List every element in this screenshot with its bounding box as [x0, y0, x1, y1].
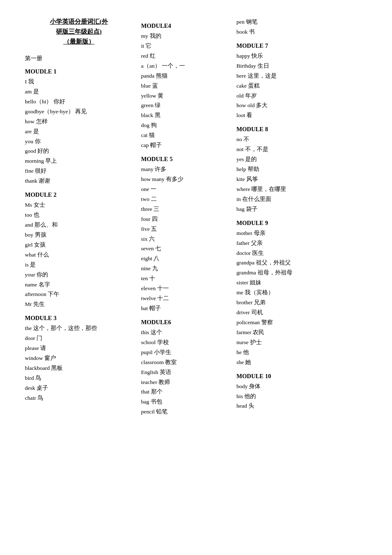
list-item: me 我（宾格）	[236, 289, 363, 297]
list-item: his 他的	[236, 392, 363, 401]
list-item: pupil 小学生	[141, 348, 228, 357]
vocab-english: loot	[236, 112, 245, 118]
vocab-english: four	[141, 216, 151, 222]
vocab-chinese: 桌子	[35, 385, 48, 391]
list-item: my 我的	[141, 32, 228, 41]
vocab-english: ten	[141, 275, 148, 281]
module-title: MODULE 5	[141, 156, 228, 163]
vocab-chinese: 不，不是	[243, 146, 268, 152]
vocab-english: window	[25, 355, 43, 361]
list-item: two 二	[141, 195, 228, 204]
vocab-english: driver	[236, 309, 250, 315]
vocab-chinese: 帮助	[246, 166, 259, 172]
vocab-chinese: 那么、和	[33, 222, 58, 228]
vocab-english: his	[236, 393, 243, 399]
vocab-english: good	[25, 148, 36, 154]
vocab-english: brother	[236, 299, 253, 306]
vocab-english: me	[236, 289, 243, 296]
vocab-chinese: 一个，一	[161, 63, 185, 69]
list-item: is 是	[25, 261, 133, 269]
vocab-english: Mr	[25, 301, 32, 307]
vocab-english: pencil	[141, 408, 155, 415]
title-line1: 小学英语分册词汇(外	[25, 17, 133, 27]
list-item: how old 多大	[236, 101, 363, 110]
list-item: too 也	[25, 211, 133, 220]
vocab-chinese: 看	[245, 112, 252, 118]
list-item: pencil 铅笔	[141, 408, 228, 416]
column-3: pen 钢笔book 书MODULE 7happy 快乐Birthday 生日h…	[232, 17, 367, 418]
col3-modules: pen 钢笔book 书MODULE 7happy 快乐Birthday 生日h…	[236, 18, 363, 411]
vocab-chinese: 祖父，外祖父	[254, 259, 290, 266]
vocab-chinese: 小学生	[153, 349, 171, 355]
vocab-english: mother	[236, 230, 252, 236]
list-item: am 是	[25, 88, 133, 96]
vocab-english: afternoon	[25, 291, 46, 297]
title-block: 小学英语分册词汇(外 研版三年级起点) （最新版）	[25, 17, 133, 46]
list-item: chair 鸟	[25, 394, 133, 403]
vocab-english: goodbye（bye-bye）	[25, 108, 74, 115]
vocab-chinese: 你	[33, 138, 40, 144]
vocab-english: morning	[25, 158, 44, 164]
vocab-chinese: 好的	[36, 148, 49, 154]
vocab-english: am	[25, 88, 32, 95]
vocab-english: are	[25, 128, 32, 134]
vocab-chinese: 他	[242, 349, 249, 355]
vocab-chinese: 再见	[74, 108, 87, 115]
vocab-english: fine	[25, 168, 34, 174]
vocab-english: three	[141, 206, 152, 212]
list-item: you 你	[25, 137, 133, 146]
list-item: doctor 医生	[236, 249, 363, 258]
vocab-chinese: 我的	[148, 33, 161, 39]
list-item: teacher 教师	[141, 378, 228, 387]
vocab-chinese: 八	[152, 255, 159, 262]
list-item: in 在什么里面	[236, 195, 363, 204]
list-item: ten 十	[141, 274, 228, 283]
list-item: that 那个	[141, 388, 228, 396]
list-item: girl 女孩	[25, 241, 133, 249]
vocab-chinese: 医生	[251, 250, 264, 256]
vocab-chinese: 是	[32, 128, 39, 134]
vocab-chinese: 他的	[243, 393, 256, 399]
vocab-english: school	[141, 339, 156, 345]
vocab-english: doctor	[236, 250, 251, 256]
vocab-english: red	[141, 53, 148, 59]
vocab-chinese: 警察	[260, 319, 273, 325]
list-item: please 请	[25, 344, 133, 353]
list-item: cap 帽子	[141, 141, 228, 150]
vocab-english: and	[25, 222, 33, 228]
vocab-english: sister	[236, 279, 248, 286]
vocab-chinese: 二	[149, 196, 156, 202]
vocab-chinese: 在什么里面	[241, 196, 271, 202]
vocab-english: not	[236, 146, 243, 152]
vocab-english: bag	[141, 399, 149, 405]
vocab-chinese: 怎样	[34, 118, 47, 125]
vocab-chinese: 学校	[156, 339, 168, 345]
vocab-english: grandma	[236, 269, 256, 276]
list-item: loot 看	[236, 111, 363, 120]
vocab-chinese: 有多少	[165, 176, 183, 182]
list-item: blue 蓝	[141, 82, 228, 90]
vocab-chinese: 教室	[164, 359, 177, 365]
vocab-chinese: 书包	[149, 399, 162, 405]
vocab-english: six	[141, 236, 148, 242]
vocab-english: eight	[141, 255, 152, 262]
list-item: thank 谢谢	[25, 177, 133, 186]
vocab-english: door	[25, 335, 35, 341]
list-item: window 窗户	[25, 354, 133, 363]
list-item: eight 八	[141, 254, 228, 263]
module-title: MODULE 2	[25, 191, 133, 198]
vocab-chinese: 头	[247, 403, 254, 409]
vocab-chinese: 书	[248, 29, 255, 35]
list-item: dog 狗	[141, 121, 228, 130]
col2-modules: MODULE4my 我的it 它red 红a（an） 一个，一panda 熊猫b…	[141, 22, 228, 416]
vocab-chinese: 我（宾格）	[243, 289, 274, 296]
vocab-chinese: 不	[242, 136, 249, 142]
vocab-chinese: 什么	[36, 252, 49, 258]
list-item: where 哪里，在哪里	[236, 185, 363, 194]
list-item: farmer 农民	[236, 328, 363, 337]
list-item: bag 袋子	[236, 205, 363, 214]
vocab-chinese: 七	[154, 245, 161, 252]
vocab-english: you	[25, 138, 33, 144]
vocab-chinese: 也	[32, 212, 39, 218]
vocab-english: how old	[236, 102, 255, 108]
